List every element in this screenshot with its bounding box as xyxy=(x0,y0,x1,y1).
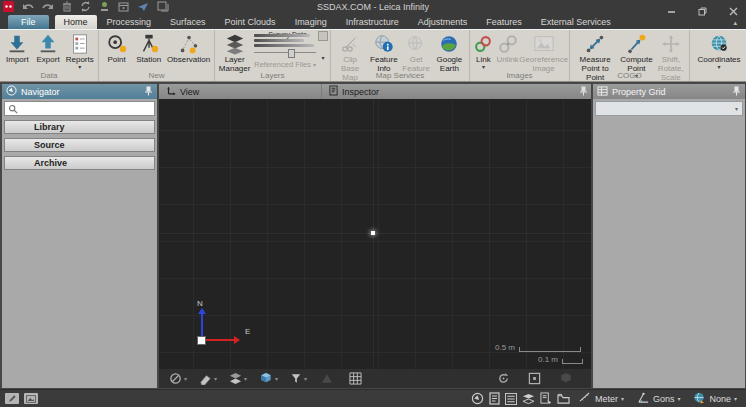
export-button[interactable]: Export xyxy=(33,31,64,65)
tab-file[interactable]: File xyxy=(8,15,49,29)
tab-home[interactable]: Home xyxy=(55,15,97,29)
layers-list-preview[interactable]: Survey Data xyxy=(254,31,316,57)
georeference-image-button[interactable]: Georeference Image xyxy=(520,31,568,74)
navigator-section-library[interactable]: Library xyxy=(4,120,155,134)
angle-unit-label: Gons xyxy=(653,394,675,404)
survey-point[interactable] xyxy=(371,231,375,235)
coordinates-icon xyxy=(707,32,731,55)
search-input[interactable] xyxy=(21,102,151,115)
save-icon[interactable] xyxy=(157,1,169,12)
undo-icon[interactable] xyxy=(22,2,34,12)
layers-visibility-button[interactable]: ▾ xyxy=(229,372,247,385)
grid-toggle-button[interactable] xyxy=(349,372,362,385)
crs-label: None xyxy=(709,394,731,404)
pin-icon[interactable] xyxy=(579,86,591,98)
tab-point-clouds[interactable]: Point Clouds xyxy=(216,15,285,29)
point-button[interactable]: Point xyxy=(101,31,132,65)
property-object-selector[interactable]: ▾ xyxy=(595,101,743,116)
chevron-down-icon: ▾ xyxy=(677,396,680,402)
ribbon-tab-row: File Home Processing Surfaces Point Clou… xyxy=(0,14,746,29)
reset-rotation-button[interactable] xyxy=(497,372,510,385)
feature-info-button[interactable]: Feature Info xyxy=(367,31,400,74)
unlink-button[interactable]: Unlink xyxy=(495,31,519,65)
list-view-icon[interactable] xyxy=(505,393,517,405)
link-dropdown-icon: ▾ xyxy=(482,64,485,70)
pin-icon[interactable] xyxy=(144,86,153,98)
navigator-toggle-icon[interactable] xyxy=(471,392,484,405)
view-tab-icon xyxy=(166,85,176,98)
ribbon-group-map-services: Clip Base Map Feature Info Get Feature G… xyxy=(331,30,470,81)
main-area: Navigator Library Source Archive View In… xyxy=(0,82,746,389)
referenced-files-label: Referenced Files xyxy=(254,60,311,69)
view-panel: View Inspector N xyxy=(159,84,591,388)
layers-dropdown-icon: ▾ xyxy=(321,55,324,61)
angle-unit-selector[interactable]: Gons ▾ xyxy=(633,392,685,406)
navigator-section-source[interactable]: Source xyxy=(4,138,155,152)
referenced-files-button[interactable]: Referenced Files ▾ xyxy=(254,60,316,69)
get-feature-button[interactable]: Get Feature xyxy=(400,31,431,74)
navigator-section-archive[interactable]: Archive xyxy=(4,156,155,170)
property-grid-header: Property Grid xyxy=(593,84,745,99)
axis-north-label: N xyxy=(197,299,203,308)
link-button[interactable]: Link ▾ xyxy=(471,31,495,71)
tab-adjustments[interactable]: Adjustments xyxy=(409,15,477,29)
folder-icon[interactable] xyxy=(557,393,570,404)
get-feature-icon xyxy=(405,32,427,55)
reports-button[interactable]: Reports ▾ xyxy=(63,31,96,71)
station-label: Station xyxy=(136,55,161,64)
redo-icon[interactable] xyxy=(42,2,54,12)
pencil-icon[interactable] xyxy=(5,393,19,404)
chevron-down-icon: ▾ xyxy=(734,396,737,402)
send-icon[interactable] xyxy=(137,1,149,12)
import-button[interactable]: Import xyxy=(2,31,33,65)
view-mode-button[interactable]: ▾ xyxy=(259,372,278,385)
group-label-new: New xyxy=(99,71,214,81)
terrain-button[interactable] xyxy=(321,373,333,384)
sync-icon[interactable] xyxy=(80,1,91,12)
google-earth-button[interactable]: Google Earth xyxy=(432,31,467,74)
tab-infrastructure[interactable]: Infrastructure xyxy=(337,15,408,29)
tab-surfaces[interactable]: Surfaces xyxy=(161,15,215,29)
edit-tools-button[interactable]: ▾ xyxy=(199,372,217,385)
delete-icon[interactable] xyxy=(62,1,72,12)
observation-button[interactable]: Observation xyxy=(165,31,212,65)
compass-icon xyxy=(6,85,17,98)
tab-imaging[interactable]: Imaging xyxy=(286,15,336,29)
orientation-axis: N E xyxy=(189,299,259,351)
point-label: Point xyxy=(107,55,125,64)
distance-unit-selector[interactable]: Meter ▾ xyxy=(575,392,628,405)
slider-thumb-icon[interactable] xyxy=(288,49,295,58)
snap-options-button[interactable]: ▾ xyxy=(169,372,187,385)
inspector-toggle-icon[interactable] xyxy=(489,392,500,405)
view-3d-button[interactable] xyxy=(559,372,573,385)
tab-inspector[interactable]: Inspector xyxy=(322,84,386,99)
layers-toggle-icon[interactable] xyxy=(522,393,535,405)
tab-features[interactable]: Features xyxy=(477,15,531,29)
layer-manager-button[interactable]: Layer Manager xyxy=(217,31,252,74)
tab-processing[interactable]: Processing xyxy=(98,15,161,29)
report-icon[interactable] xyxy=(540,392,552,405)
tab-external-services[interactable]: External Services xyxy=(532,15,620,29)
tab-view[interactable]: View xyxy=(159,84,322,99)
archive-box-icon[interactable] xyxy=(118,1,129,12)
layers-mini-dropdown[interactable]: ▾ xyxy=(318,31,328,61)
dropdown-icon: ▾ xyxy=(304,376,307,382)
zoom-extents-button[interactable] xyxy=(528,372,541,385)
view-canvas[interactable]: N E 0.5 m 0.1 m xyxy=(159,99,591,369)
search-icon xyxy=(8,100,18,118)
navigator-title: Navigator xyxy=(21,87,140,97)
coordinates-button[interactable]: Coordinates ▾ xyxy=(692,31,746,71)
dropdown-icon: ▾ xyxy=(275,376,278,382)
filter-button[interactable]: ▾ xyxy=(290,372,307,385)
scale-bar-secondary: 0.1 m xyxy=(538,356,583,364)
reports-icon xyxy=(70,32,90,55)
collapse-ribbon-icon[interactable]: ▴ xyxy=(733,19,737,26)
image-icon[interactable] xyxy=(24,393,38,404)
inspector-tab-icon xyxy=(329,85,338,98)
station-button[interactable]: Station xyxy=(132,31,165,65)
stamp-icon[interactable] xyxy=(99,1,110,12)
crs-selector[interactable]: None ▾ xyxy=(689,392,741,406)
layer-opacity-slider[interactable] xyxy=(254,52,316,53)
referenced-files-dropdown-icon: ▾ xyxy=(313,62,316,68)
pin-icon[interactable] xyxy=(732,86,741,98)
